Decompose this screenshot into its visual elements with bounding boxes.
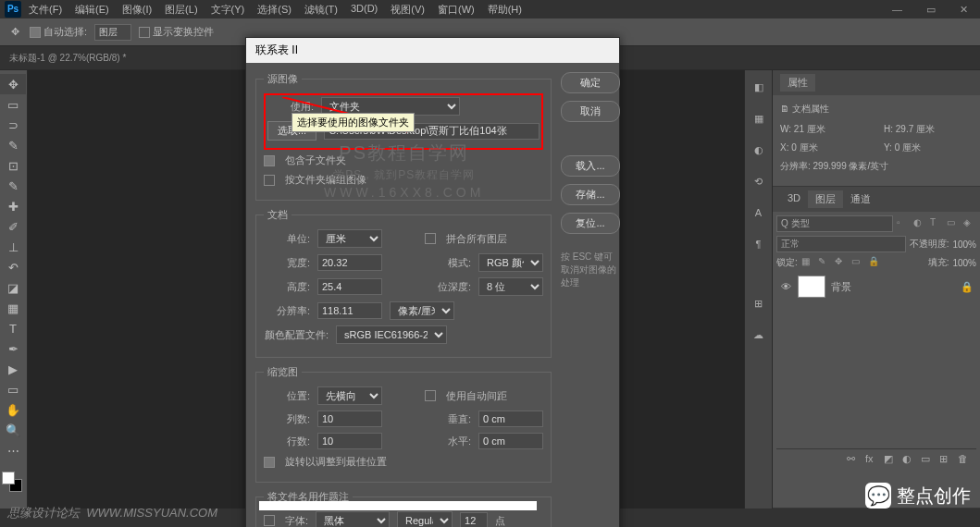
menu-filter[interactable]: 滤镜(T) (299, 1, 343, 18)
reset-button[interactable]: 复位... (561, 213, 620, 234)
height-input[interactable] (317, 278, 382, 295)
paragraph-panel-icon[interactable]: ¶ (750, 235, 768, 253)
cols-input[interactable] (317, 411, 382, 427)
save-button[interactable]: 存储... (561, 184, 620, 205)
menu-view[interactable]: 视图(V) (385, 1, 430, 18)
path-select-tool[interactable]: ▶ (0, 359, 26, 379)
hand-tool[interactable]: ✋ (0, 399, 26, 420)
minimize-icon[interactable]: — (885, 2, 910, 18)
maximize-icon[interactable]: ▭ (919, 2, 943, 18)
font-style-select[interactable]: Regular (397, 511, 453, 527)
caption-checkbox[interactable] (264, 515, 275, 526)
lock-position-icon[interactable]: ✥ (835, 256, 848, 269)
menu-window[interactable]: 窗口(W) (432, 1, 480, 18)
properties-tab[interactable]: 属性 (780, 74, 815, 92)
healing-tool[interactable]: ✚ (0, 196, 26, 216)
res-unit-select[interactable]: 像素/厘米 (390, 301, 454, 320)
unit-select[interactable]: 厘米 (317, 229, 382, 248)
layer-mask-icon[interactable]: ◩ (884, 453, 899, 468)
include-sub-checkbox[interactable] (264, 155, 275, 166)
visibility-icon[interactable]: 👁 (779, 280, 792, 293)
brush-tool[interactable]: ✐ (0, 216, 26, 237)
show-transform-checkbox[interactable] (139, 27, 150, 38)
menu-layer[interactable]: 图层(L) (159, 1, 203, 18)
layer-row[interactable]: 👁 背景 🔒 (776, 273, 976, 300)
eraser-tool[interactable]: ◪ (0, 277, 26, 298)
close-icon[interactable]: ✕ (952, 2, 975, 18)
auto-select-target[interactable]: 图层 (94, 24, 131, 41)
menu-select[interactable]: 选择(S) (252, 1, 297, 18)
layer-fx-icon[interactable]: fx (865, 453, 880, 468)
adjustment-layer-icon[interactable]: ◐ (902, 453, 917, 468)
position-select[interactable]: 先横向 (317, 386, 382, 405)
stamp-tool[interactable]: ⊥ (0, 237, 26, 257)
load-button[interactable]: 载入... (561, 155, 620, 177)
ps-logo-icon[interactable]: Ps (5, 1, 21, 18)
horz-input[interactable] (478, 433, 543, 449)
color-swatches[interactable] (0, 470, 26, 496)
fill-value[interactable]: 100% (952, 258, 976, 268)
type-tool[interactable]: T (0, 318, 26, 338)
color-profile-select[interactable]: sRGB IEC61966-2.1 (336, 325, 447, 344)
history-brush-tool[interactable]: ↶ (0, 257, 26, 277)
crop-tool[interactable]: ⊡ (0, 155, 26, 176)
width-input[interactable] (317, 254, 382, 271)
edit-toolbar[interactable]: ⋯ (0, 440, 26, 460)
delete-layer-icon[interactable]: 🗑 (958, 453, 973, 468)
lock-transparency-icon[interactable]: ▦ (801, 256, 814, 269)
document-tab[interactable]: 未标题-1 @ 22.7%(RGB/8) * (0, 47, 135, 69)
menu-3d[interactable]: 3D(D) (345, 1, 383, 18)
blend-mode-select[interactable]: 正常 (776, 236, 906, 252)
menu-image[interactable]: 图像(I) (117, 1, 157, 18)
layers-tab[interactable]: 图层 (808, 190, 843, 208)
color-panel-icon[interactable]: ◧ (750, 78, 768, 96)
cloud-panel-icon[interactable]: ☁ (750, 325, 768, 344)
character-panel-icon[interactable]: A (750, 203, 768, 222)
layer-thumbnail[interactable] (798, 276, 825, 298)
filter-adjust-icon[interactable]: ◐ (913, 217, 926, 230)
move-tool[interactable]: ✥ (0, 74, 26, 94)
filter-shape-icon[interactable]: ▭ (947, 217, 960, 230)
mode-select[interactable]: RGB 颜色 (478, 253, 543, 272)
channels-tab[interactable]: 通道 (843, 190, 878, 208)
ok-button[interactable]: 确定 (561, 72, 620, 93)
zoom-tool[interactable]: 🔍 (0, 420, 26, 440)
filter-type-icon[interactable]: T (930, 217, 943, 230)
pen-tool[interactable]: ✒ (0, 338, 26, 359)
rows-input[interactable] (317, 433, 382, 449)
vert-input[interactable] (478, 411, 543, 427)
lock-pixels-icon[interactable]: ✎ (818, 256, 831, 269)
menu-type[interactable]: 文字(Y) (205, 1, 251, 18)
group-folder-checkbox[interactable] (264, 175, 275, 186)
lock-artboard-icon[interactable]: ▭ (851, 256, 864, 269)
menu-file[interactable]: 文件(F) (23, 1, 68, 18)
fg-color-swatch[interactable] (2, 472, 15, 484)
history-panel-icon[interactable]: ⟲ (750, 172, 768, 190)
font-select[interactable]: 黑体 (316, 511, 390, 527)
gradient-tool[interactable]: ▦ (0, 298, 26, 318)
link-layers-icon[interactable]: ⚯ (847, 453, 862, 468)
font-size-input[interactable] (460, 512, 488, 527)
auto-select-checkbox[interactable] (30, 27, 41, 38)
lasso-tool[interactable]: ⊃ (0, 115, 26, 135)
flatten-checkbox[interactable] (425, 233, 436, 244)
res-input[interactable] (317, 302, 382, 319)
eyedropper-tool[interactable]: ✎ (0, 176, 26, 196)
auto-spacing-checkbox[interactable] (425, 390, 436, 401)
3d-tab[interactable]: 3D (780, 190, 808, 208)
layer-name[interactable]: 背景 (831, 280, 851, 294)
opacity-value[interactable]: 100% (952, 239, 976, 250)
new-layer-icon[interactable]: ⊞ (939, 453, 954, 468)
cancel-button[interactable]: 取消 (561, 101, 620, 122)
libraries-panel-icon[interactable]: ⊞ (750, 294, 768, 313)
filter-smart-icon[interactable]: ◈ (963, 217, 976, 230)
menu-edit[interactable]: 编辑(E) (69, 1, 115, 18)
shape-tool[interactable]: ▭ (0, 379, 26, 399)
layer-group-icon[interactable]: ▭ (921, 453, 936, 468)
bitdepth-select[interactable]: 8 位 (478, 277, 543, 296)
rotate-checkbox[interactable] (264, 457, 275, 468)
menu-help[interactable]: 帮助(H) (482, 1, 527, 18)
marquee-tool[interactable]: ▭ (0, 94, 26, 115)
filter-image-icon[interactable]: ▫ (897, 217, 910, 230)
layer-filter-select[interactable]: Q 类型 (776, 215, 893, 232)
